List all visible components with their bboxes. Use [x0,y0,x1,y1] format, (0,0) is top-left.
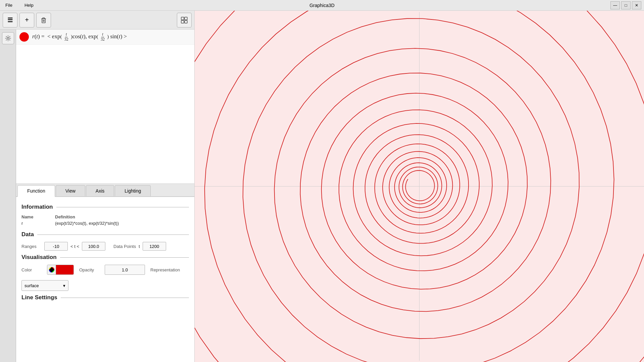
visualisation-row: Color [21,265,189,291]
tab-content-function: Information Name Definition r (exp(t/32)… [16,197,194,362]
t-label-points: t [139,244,140,249]
information-table: Name Definition r (exp(t/32)*cos(t), exp… [21,214,189,226]
color-swatch [56,265,73,274]
representation-select[interactable]: surface ▾ [21,280,68,291]
maximize-button[interactable]: □ [621,1,631,9]
information-section-header: Information [21,204,189,210]
color-picker-button[interactable] [47,265,74,275]
representation-label: Representation [150,267,180,272]
svg-rect-2 [43,18,45,19]
svg-rect-9 [185,20,187,23]
close-button[interactable]: ✕ [632,1,641,9]
ranges-row: Ranges < t < Data Points t [21,242,189,251]
information-divider [56,207,189,207]
menu-toggle-button[interactable]: ☰ [3,13,17,28]
opacity-input[interactable] [105,265,145,275]
tab-axis[interactable]: Axis [86,185,114,196]
tab-view[interactable]: View [56,185,85,196]
svg-rect-6 [181,17,184,20]
delete-function-button[interactable] [36,13,51,28]
trash-icon [40,17,47,23]
graph-panel[interactable]: 11.10 -11.10 -13.06 13.61 // Generate sp… [195,11,644,362]
function-name-value: r [21,221,48,226]
title-bar: File Help Graphica3D — □ ✕ [0,0,644,11]
function-color-dot [19,32,29,42]
gear-icon [5,35,11,42]
left-panel: ☰ + [0,11,195,362]
panel-icon-button[interactable] [177,13,192,28]
tabs-container: Function View Axis Lighting [16,184,194,197]
main-container: ☰ + [0,11,644,362]
t-range-separator: < t < [70,244,79,249]
data-section-header: Data [21,231,189,238]
t-points-input[interactable] [143,242,166,251]
info-data-row: r (exp(t/32)*cos(t), exp(t/32)*sin(t)) [21,221,189,226]
function-list-item[interactable]: r(t) = < exp( t32 )cos(t), exp( t32 ) si… [16,30,194,45]
svg-point-10 [7,37,9,39]
toolbar: ☰ + [0,11,194,30]
color-label: Color [21,267,42,272]
panel-content: r(t) = < exp( t32 )cos(t), exp( t32 ) si… [16,30,194,362]
chevron-down-icon: ▾ [63,283,65,288]
data-points-label: Data Points [113,244,136,249]
col-definition-header: Definition [55,214,75,219]
grid-icon [181,16,188,24]
information-title: Information [21,204,53,210]
svg-rect-8 [181,20,184,23]
function-list: r(t) = < exp( t32 )cos(t), exp( t32 ) si… [16,30,194,184]
graph-svg [195,11,644,362]
settings-icon-btn[interactable] [2,32,14,44]
help-menu[interactable]: Help [22,1,36,9]
tab-function[interactable]: Function [17,185,55,197]
ranges-label: Ranges [21,244,42,249]
visualisation-title: Visualisation [21,254,57,261]
t-min-input[interactable] [44,242,68,251]
representation-value: surface [24,283,39,288]
col-name-header: Name [21,214,48,219]
line-settings-title: Line Settings [21,294,57,301]
data-title: Data [21,231,34,238]
svg-rect-7 [185,17,187,20]
menu-bar: File Help [3,1,36,9]
data-divider [37,235,189,235]
add-function-button[interactable]: + [19,13,34,28]
line-settings-divider [61,298,189,298]
color-wheel-icon [47,265,56,275]
window-controls: — □ ✕ [610,1,641,9]
panel-content-wrapper: r(t) = < exp( t32 )cos(t), exp( t32 ) si… [0,30,194,362]
side-icon-strip [0,30,16,362]
visualisation-section-header: Visualisation [21,254,189,261]
minimize-button[interactable]: — [610,1,620,9]
tab-lighting[interactable]: Lighting [115,185,151,196]
t-max-input[interactable] [82,242,105,251]
visualisation-divider [60,257,189,258]
line-settings-section-header: Line Settings [21,294,189,301]
function-formula-display: r(t) = < exp( t32 )cos(t), exp( t32 ) si… [32,32,127,41]
file-menu[interactable]: File [3,1,15,9]
window-title: Graphica3D [309,3,335,8]
info-header-row: Name Definition [21,214,189,219]
opacity-label: Opacity [79,267,99,272]
function-definition-value: (exp(t/32)*cos(t), exp(t/32)*sin(t)) [55,221,119,226]
